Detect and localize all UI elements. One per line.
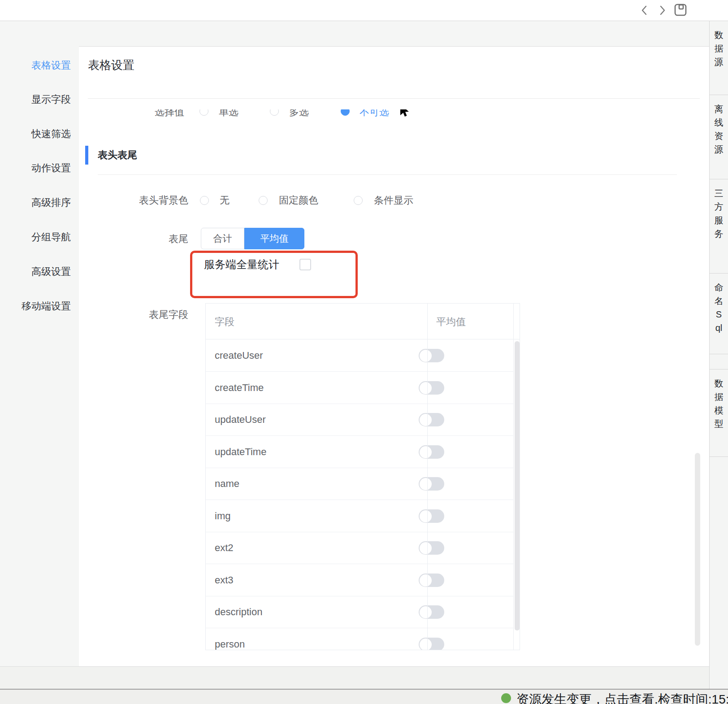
sidebar-item-mobile-settings[interactable]: 移动端设置 bbox=[0, 300, 79, 313]
tab-label: 命名Sql bbox=[715, 281, 724, 335]
table-settings-screen: 表格设置 显示字段 快速筛选 动作设置 高级排序 分组导航 高级设置 移动端设置… bbox=[0, 0, 728, 704]
tab-data-source[interactable]: 数据源 bbox=[710, 21, 728, 95]
radio-header-bg-conditional[interactable] bbox=[354, 196, 363, 205]
field-name: name bbox=[215, 468, 239, 500]
average-toggle-off[interactable] bbox=[419, 509, 444, 523]
save-icon[interactable] bbox=[673, 3, 688, 17]
radio-header-bg-none-label[interactable]: 无 bbox=[220, 194, 230, 207]
radio-not-selectable[interactable] bbox=[341, 109, 350, 116]
footer-fields-label: 表尾字段 bbox=[99, 308, 188, 322]
field-name: person bbox=[215, 628, 245, 650]
main-top-gutter bbox=[79, 21, 709, 46]
section-accent-bar bbox=[85, 146, 88, 165]
average-toggle-off[interactable] bbox=[419, 381, 444, 395]
section-divider bbox=[98, 174, 677, 175]
radio-single-select[interactable] bbox=[199, 109, 208, 116]
average-toggle-off[interactable] bbox=[419, 477, 444, 491]
tab-label: 数据源 bbox=[715, 28, 724, 69]
table-row: img bbox=[206, 500, 513, 532]
table-scrollbar[interactable] bbox=[515, 341, 520, 630]
table-row: updateTime bbox=[206, 436, 513, 468]
tab-label: 三方服务 bbox=[715, 187, 724, 240]
table-row: ext2 bbox=[206, 532, 513, 564]
field-name: createTime bbox=[215, 372, 264, 404]
table-row: updateUser bbox=[206, 404, 513, 436]
average-toggle-off[interactable] bbox=[419, 445, 444, 459]
resource-tab-strip: 数据源 离线资源 三方服务 命名Sql 数据模型 bbox=[709, 21, 728, 689]
topbar bbox=[0, 0, 728, 21]
tab-third-party-service[interactable]: 三方服务 bbox=[710, 179, 728, 274]
sidebar-item-quick-filter[interactable]: 快速筛选 bbox=[0, 127, 79, 141]
average-button[interactable]: 平均值 bbox=[244, 228, 304, 249]
footer-fields-table: 字段 平均值 createUser createTime updateUser … bbox=[205, 303, 520, 650]
average-toggle-off[interactable] bbox=[419, 349, 444, 362]
tab-data-model[interactable]: 数据模型 bbox=[710, 369, 728, 457]
chevron-left-icon[interactable] bbox=[639, 4, 650, 16]
chevron-right-icon[interactable] bbox=[656, 4, 668, 16]
radio-not-selectable-label[interactable]: 不可选 bbox=[360, 109, 389, 119]
status-green-dot-icon bbox=[501, 693, 511, 703]
section-title: 表头表尾 bbox=[98, 148, 137, 162]
select-value-row-clipped: 选择值 单选 多选 不可选 bbox=[148, 109, 444, 123]
server-full-stat-checkbox[interactable] bbox=[299, 259, 311, 270]
table-header-row: 字段 平均值 bbox=[206, 304, 520, 339]
radio-header-bg-fixed-label[interactable]: 固定颜色 bbox=[279, 194, 318, 207]
field-name: updateUser bbox=[215, 404, 266, 436]
column-divider bbox=[427, 304, 428, 650]
table-footer-label: 表尾 bbox=[99, 232, 188, 246]
radio-multi-select[interactable] bbox=[270, 109, 279, 116]
sidebar-item-group-nav[interactable]: 分组导航 bbox=[0, 230, 79, 244]
select-value-label: 选择值 bbox=[155, 109, 184, 119]
table-row: person bbox=[206, 628, 513, 650]
table-row: name bbox=[206, 468, 513, 500]
sidebar-item-action-settings[interactable]: 动作设置 bbox=[0, 161, 79, 175]
footer-band bbox=[0, 666, 709, 689]
table-row: createTime bbox=[206, 372, 513, 404]
field-name: createUser bbox=[215, 339, 263, 372]
table-row: createUser bbox=[206, 339, 513, 372]
main-panel: 表格设置 选择值 单选 多选 不可选 表头表尾 表头背景色 无 固定颜色 条件显… bbox=[79, 46, 709, 666]
radio-header-bg-conditional-label[interactable]: 条件显示 bbox=[374, 194, 413, 207]
header-bg-label: 表头背景色 bbox=[99, 194, 188, 207]
table-row: description bbox=[206, 596, 513, 628]
average-toggle-off[interactable] bbox=[419, 413, 444, 426]
tab-offline-resource[interactable]: 离线资源 bbox=[710, 95, 728, 179]
tab-label: 离线资源 bbox=[715, 102, 724, 156]
radio-single-select-label[interactable]: 单选 bbox=[219, 109, 238, 119]
tab-label: 数据模型 bbox=[715, 377, 724, 430]
field-name: img bbox=[215, 500, 230, 532]
field-name: ext3 bbox=[215, 564, 234, 596]
sidebar-item-display-fields[interactable]: 显示字段 bbox=[0, 93, 79, 106]
column-header-field: 字段 bbox=[215, 315, 234, 329]
column-header-average: 平均值 bbox=[436, 315, 466, 329]
sidebar-item-advanced-settings[interactable]: 高级设置 bbox=[0, 265, 79, 278]
title-divider bbox=[88, 98, 700, 99]
status-bar: 资源发生变更，点击查看.检查时间:15:28 bbox=[0, 689, 728, 704]
server-full-stat-label: 服务端全量统计 bbox=[204, 257, 279, 272]
status-message[interactable]: 资源发生变更，点击查看.检查时间:15:28 bbox=[516, 691, 728, 704]
average-toggle-off[interactable] bbox=[419, 574, 444, 587]
footer-mode-segmented-control: 合计 平均值 bbox=[201, 228, 304, 249]
radio-multi-select-label[interactable]: 多选 bbox=[289, 109, 309, 119]
radio-header-bg-none[interactable] bbox=[200, 196, 209, 205]
average-toggle-off[interactable] bbox=[419, 605, 444, 619]
average-toggle-off[interactable] bbox=[419, 638, 444, 650]
average-toggle-off[interactable] bbox=[419, 541, 444, 555]
field-name: updateTime bbox=[215, 436, 266, 468]
field-name: description bbox=[215, 596, 262, 628]
field-name: ext2 bbox=[215, 532, 234, 564]
sidebar-item-table-settings[interactable]: 表格设置 bbox=[0, 59, 79, 72]
page-title: 表格设置 bbox=[88, 57, 134, 73]
mouse-cursor-icon bbox=[399, 109, 411, 119]
sidebar-item-advanced-sort[interactable]: 高级排序 bbox=[0, 196, 79, 209]
table-scrollbar-border bbox=[513, 304, 514, 650]
settings-sidebar: 表格设置 显示字段 快速筛选 动作设置 高级排序 分组导航 高级设置 移动端设置 bbox=[0, 21, 79, 666]
tab-named-sql[interactable]: 命名Sql bbox=[710, 274, 728, 354]
radio-header-bg-fixed[interactable] bbox=[259, 196, 268, 205]
table-row: ext3 bbox=[206, 564, 513, 596]
panel-scrollbar[interactable] bbox=[695, 453, 700, 646]
sum-button[interactable]: 合计 bbox=[201, 228, 244, 249]
